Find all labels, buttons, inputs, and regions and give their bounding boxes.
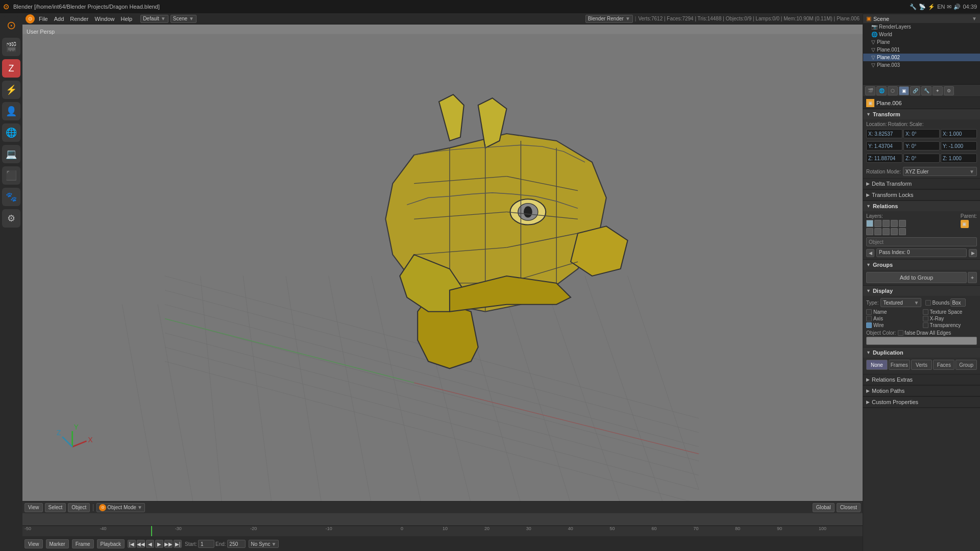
constraints-btn[interactable]: 🔗 (910, 86, 920, 95)
scene-item-plane002[interactable]: ▽ Plane.002 (863, 54, 980, 61)
viewport-3d[interactable]: User Persp (22, 24, 863, 513)
texture-space-checkbox[interactable] (923, 309, 928, 315)
relations-extras-header[interactable]: ▶ Relations Extras (863, 374, 980, 385)
dup-tab-verts[interactable]: Verts (911, 360, 933, 370)
terminal-btn[interactable]: ⬛ (2, 166, 20, 185)
render-props-btn[interactable]: 🎬 (865, 86, 875, 95)
dup-tab-frames[interactable]: Frames (889, 360, 910, 370)
view-timeline-btn[interactable]: View (24, 539, 43, 548)
layer-btn-1[interactable] (874, 220, 881, 227)
blender-logo-btn[interactable]: ⊙ (2, 16, 20, 35)
dup-tab-none[interactable]: None (866, 360, 888, 370)
menu-bar[interactable]: File Add Render Window Help (39, 16, 132, 22)
layer-btn-6[interactable] (874, 228, 881, 235)
menu-window[interactable]: Window (94, 16, 114, 22)
rotation-mode-select[interactable]: XYZ Euler ▼ (903, 167, 977, 176)
start-field[interactable]: 1 (198, 540, 214, 548)
display-btn[interactable]: 💻 (2, 145, 20, 163)
end-field[interactable]: 250 (227, 540, 246, 548)
layer-btn-0[interactable] (866, 220, 873, 227)
menu-render[interactable]: Render (70, 16, 88, 22)
addons-btn[interactable]: 🐾 (2, 188, 20, 206)
rot-y-field[interactable]: Y: 0° (903, 141, 940, 151)
add-group-icon-btn[interactable]: + (968, 272, 977, 283)
sync-mode[interactable]: No Sync ▼ (249, 540, 279, 548)
scale-x-field[interactable]: X: 1.000 (941, 129, 977, 138)
scene-selector[interactable]: Scene ▼ (170, 15, 197, 23)
scene-item-renderlayers[interactable]: 📷 RenderLayers (863, 23, 980, 31)
motion-paths-header[interactable]: ▶ Motion Paths (863, 386, 980, 396)
xray-checkbox[interactable] (923, 316, 928, 321)
add-to-group-btn[interactable]: Add to Group (866, 272, 967, 283)
parent-field[interactable]: Object (866, 237, 977, 246)
layer-btn-8[interactable] (891, 228, 898, 235)
scene-item-plane[interactable]: ▽ Plane (863, 38, 980, 46)
layer-btn-4[interactable] (899, 220, 906, 227)
scale-z-field[interactable]: Z: 1.000 (941, 154, 977, 163)
axis-checkbox[interactable] (866, 316, 872, 321)
world-props-btn[interactable]: ⬡ (888, 86, 898, 95)
physics-btn[interactable]: ⚙ (944, 86, 954, 95)
object-menu-btn[interactable]: Object (68, 503, 90, 512)
transform-header[interactable]: ▼ Transform (863, 109, 980, 119)
render-engine[interactable]: Blender Render ▼ (585, 15, 633, 23)
layer-btn-5[interactable] (866, 228, 873, 235)
menu-file[interactable]: File (39, 16, 48, 22)
relations-header[interactable]: ▼ Relations (863, 201, 980, 211)
frame-btn[interactable]: Frame (72, 539, 94, 548)
earth-btn[interactable]: 🌐 (2, 123, 20, 142)
display-type-select[interactable]: Textured ▼ (880, 298, 921, 307)
scene-props-btn[interactable]: 🌐 (876, 86, 887, 95)
files-btn[interactable]: Z (2, 59, 20, 78)
layer-btn-9[interactable] (899, 228, 906, 235)
name-checkbox[interactable] (866, 309, 872, 315)
menu-add[interactable]: Add (54, 16, 64, 22)
next-keyframe-btn[interactable]: ▶▶ (164, 540, 173, 548)
bounds-type-select[interactable]: Box (950, 298, 966, 307)
user-btn[interactable]: 👤 (2, 102, 20, 120)
draw-all-edges-checkbox[interactable] (898, 330, 903, 336)
play-reverse-btn[interactable]: ◀ (146, 540, 154, 548)
skip-end-btn[interactable]: ▶| (174, 540, 182, 548)
screen-layout[interactable]: Default ▼ (140, 15, 168, 23)
scene-item-plane003[interactable]: ▽ Plane.003 (863, 61, 980, 69)
scale-y-field[interactable]: Y: -1.000 (941, 141, 977, 151)
loc-z-field[interactable]: Z: 11.88704 (866, 154, 902, 163)
modifier-btn[interactable]: 🔧 (921, 86, 932, 95)
menu-help[interactable]: Help (121, 16, 133, 22)
bounds-checkbox[interactable] (925, 300, 931, 306)
marker-btn[interactable]: Marker (46, 539, 69, 548)
object-color-swatch[interactable] (866, 337, 977, 345)
playback-btn[interactable]: Playback (97, 539, 125, 548)
particles-btn[interactable]: ✦ (933, 86, 943, 95)
rot-z-field[interactable]: Z: 0° (903, 154, 940, 163)
wire-checkbox[interactable] (866, 322, 872, 328)
skip-start-btn[interactable]: |◀ (128, 540, 136, 548)
pass-index-next[interactable]: ▶ (969, 249, 977, 257)
scene-item-world[interactable]: 🌐 World (863, 31, 980, 38)
render-btn[interactable]: 🎬 (2, 38, 20, 56)
loc-x-field[interactable]: X: 3.82537 (866, 129, 902, 138)
groups-header[interactable]: ▼ Groups (863, 260, 980, 270)
dup-tab-faces[interactable]: Faces (933, 360, 954, 370)
layer-btn-7[interactable] (883, 228, 890, 235)
transform-locks-header[interactable]: ▶ Transform Locks (863, 190, 980, 201)
dup-tab-group[interactable]: Group (955, 360, 977, 370)
custom-properties-header[interactable]: ▶ Custom Properties (863, 397, 980, 408)
layer-btn-3[interactable] (891, 220, 898, 227)
layer-btn-2[interactable] (883, 220, 890, 227)
prev-keyframe-btn[interactable]: ◀◀ (137, 540, 145, 548)
global-btn[interactable]: Global (813, 503, 835, 512)
scripting-btn[interactable]: ⚡ (2, 81, 20, 99)
object-props-btn[interactable]: ▣ (899, 86, 909, 95)
loc-y-field[interactable]: Y: 1.43704 (866, 141, 902, 151)
play-btn[interactable]: ▶ (155, 540, 163, 548)
display-header[interactable]: ▼ Display (863, 286, 980, 296)
delta-transform-header[interactable]: ▶ Delta Transform (863, 179, 980, 189)
view-menu-btn[interactable]: View (24, 503, 43, 512)
steam-btn[interactable]: ⚙ (2, 209, 20, 228)
pass-index-field[interactable]: Pass Index: 0 (876, 248, 967, 257)
rot-x-field[interactable]: X: 0° (903, 129, 940, 138)
select-menu-btn[interactable]: Select (45, 503, 66, 512)
transparency-checkbox[interactable] (923, 322, 928, 328)
